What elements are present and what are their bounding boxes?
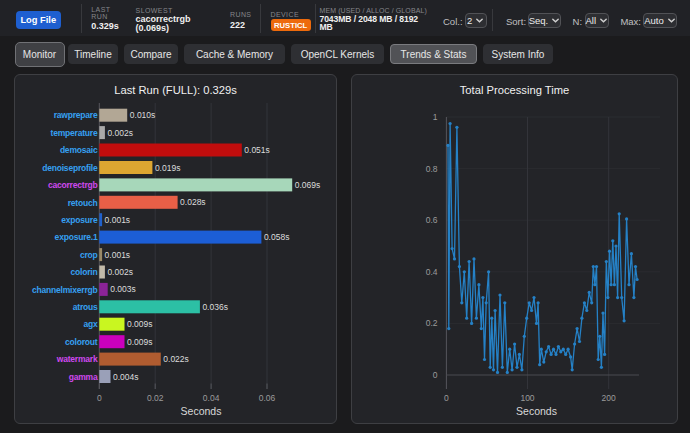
svg-text:1: 1 bbox=[433, 112, 438, 122]
svg-text:0: 0 bbox=[97, 393, 102, 403]
svg-text:atrous: atrous bbox=[73, 302, 98, 312]
svg-text:0.02: 0.02 bbox=[147, 393, 164, 403]
svg-text:denoiseprofile: denoiseprofile bbox=[42, 163, 98, 173]
svg-text:crop: crop bbox=[80, 250, 98, 260]
svg-text:0.022s: 0.022s bbox=[163, 354, 189, 364]
svg-text:agx: agx bbox=[83, 319, 98, 329]
svg-text:Seconds: Seconds bbox=[516, 405, 557, 417]
svg-text:0.003s: 0.003s bbox=[110, 284, 136, 294]
svg-text:exposure: exposure bbox=[61, 215, 98, 225]
svg-text:0.001s: 0.001s bbox=[105, 215, 131, 225]
svg-text:0.8: 0.8 bbox=[426, 164, 438, 174]
svg-text:channelmixerrgb: channelmixerrgb bbox=[32, 285, 98, 295]
svg-text:0.058s: 0.058s bbox=[264, 232, 290, 242]
svg-text:0.002s: 0.002s bbox=[107, 267, 133, 277]
svg-text:gamma: gamma bbox=[69, 372, 98, 382]
svg-text:0.4: 0.4 bbox=[426, 267, 438, 277]
svg-text:watermark: watermark bbox=[56, 354, 98, 364]
svg-text:0.06: 0.06 bbox=[259, 393, 276, 403]
svg-text:0.009s: 0.009s bbox=[127, 337, 153, 347]
svg-text:0.028s: 0.028s bbox=[180, 197, 206, 207]
svg-text:0.019s: 0.019s bbox=[155, 163, 181, 173]
svg-text:0.009s: 0.009s bbox=[127, 319, 153, 329]
svg-text:0: 0 bbox=[433, 370, 438, 380]
svg-text:0.6: 0.6 bbox=[426, 215, 438, 225]
svg-text:0.2: 0.2 bbox=[426, 318, 438, 328]
svg-text:demosaic: demosaic bbox=[60, 145, 98, 155]
svg-text:0.001s: 0.001s bbox=[105, 250, 131, 260]
svg-text:rawprepare: rawprepare bbox=[54, 110, 98, 120]
svg-text:cacorrectrgb: cacorrectrgb bbox=[48, 180, 98, 190]
svg-text:exposure.1: exposure.1 bbox=[55, 232, 98, 242]
svg-text:temperature: temperature bbox=[51, 128, 98, 138]
svg-text:0: 0 bbox=[444, 393, 449, 403]
svg-text:0.04: 0.04 bbox=[203, 393, 220, 403]
svg-text:retouch: retouch bbox=[68, 198, 98, 208]
svg-text:100: 100 bbox=[520, 393, 534, 403]
svg-text:0.010s: 0.010s bbox=[130, 110, 156, 120]
svg-text:0.051s: 0.051s bbox=[244, 145, 270, 155]
svg-text:Seconds: Seconds bbox=[181, 405, 222, 417]
svg-text:0.004s: 0.004s bbox=[113, 372, 139, 382]
svg-text:200: 200 bbox=[602, 393, 616, 403]
svg-text:colorout: colorout bbox=[65, 337, 98, 347]
svg-text:0.002s: 0.002s bbox=[107, 128, 133, 138]
svg-text:0.069s: 0.069s bbox=[295, 180, 321, 190]
svg-text:colorin: colorin bbox=[71, 267, 98, 277]
svg-text:0.036s: 0.036s bbox=[202, 302, 228, 312]
